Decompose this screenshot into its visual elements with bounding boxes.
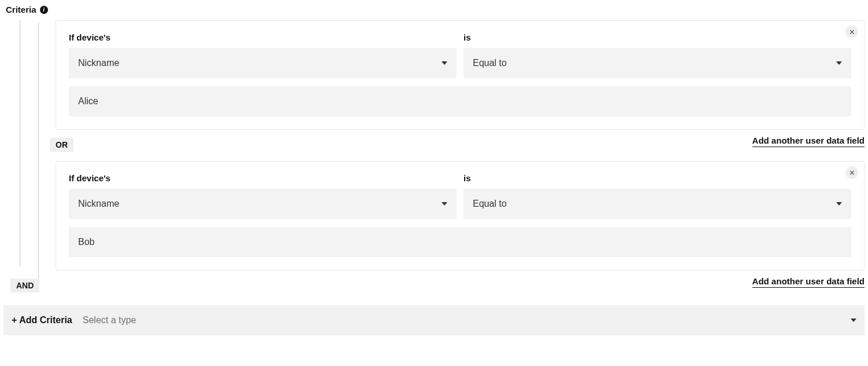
field-select-value: Nickname xyxy=(78,58,119,68)
field-label-if: If device's xyxy=(69,32,457,42)
caret-down-icon xyxy=(836,61,842,65)
info-icon[interactable]: i xyxy=(40,6,48,14)
operator-select[interactable]: Equal to xyxy=(464,189,851,219)
field-select[interactable]: Nickname xyxy=(69,189,457,219)
and-connector-row: AND xyxy=(21,290,865,302)
add-field-link[interactable]: Add another user data field xyxy=(752,136,865,147)
criteria-title: Criteria xyxy=(6,5,36,14)
field-label-is: is xyxy=(464,173,851,183)
field-label-is: is xyxy=(464,32,851,42)
close-icon: ✕ xyxy=(849,28,855,36)
value-input[interactable]: Alice xyxy=(69,86,851,116)
add-criteria-bar[interactable]: + Add Criteria Select a type xyxy=(3,305,865,335)
caret-down-icon xyxy=(836,202,842,206)
add-field-row: Add another user data field xyxy=(56,136,865,146)
add-criteria-placeholder: Select a type xyxy=(83,315,840,325)
rule-card: ✕ If device's Nickname is Equal to xyxy=(56,20,865,130)
add-field-row: Add another user data field xyxy=(56,276,865,287)
add-field-link[interactable]: Add another user data field xyxy=(752,276,865,288)
close-icon: ✕ xyxy=(849,169,855,177)
field-select[interactable]: Nickname xyxy=(69,48,457,78)
or-connector-row: OR xyxy=(41,149,865,161)
or-badge: OR xyxy=(50,138,73,152)
field-select-value: Nickname xyxy=(78,199,119,209)
operator-select-value: Equal to xyxy=(473,199,507,209)
caret-down-icon xyxy=(851,319,856,322)
field-label-if: If device's xyxy=(69,173,457,183)
value-input-text: Bob xyxy=(78,237,94,247)
remove-rule-button[interactable]: ✕ xyxy=(845,166,858,179)
value-input[interactable]: Bob xyxy=(69,227,851,257)
value-input-text: Alice xyxy=(78,96,98,107)
and-badge: AND xyxy=(10,279,39,292)
add-criteria-label: + Add Criteria xyxy=(12,315,72,325)
remove-rule-button[interactable]: ✕ xyxy=(845,25,858,38)
rule-card: ✕ If device's Nickname is Equal to xyxy=(56,161,865,270)
caret-down-icon xyxy=(442,61,447,65)
or-group: ✕ If device's Nickname is Equal to xyxy=(21,20,865,287)
criteria-tree: ✕ If device's Nickname is Equal to xyxy=(3,20,865,302)
operator-select-value: Equal to xyxy=(473,58,507,68)
caret-down-icon xyxy=(442,202,447,206)
operator-select[interactable]: Equal to xyxy=(464,48,851,78)
criteria-header: Criteria i xyxy=(6,5,865,14)
